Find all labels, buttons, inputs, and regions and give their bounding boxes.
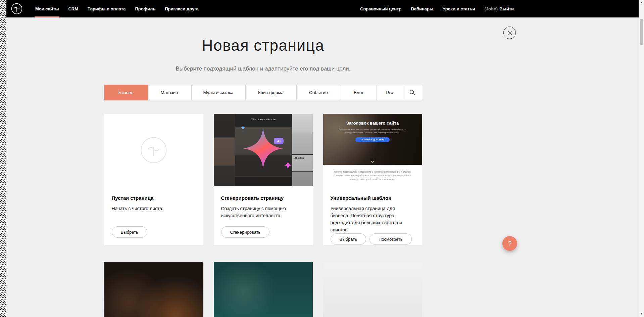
preview-body-text: Коротко представьтесь и расскажите о ком…	[334, 170, 411, 181]
select-blank-button[interactable]: Выбрать	[112, 226, 147, 238]
page-subtitle: Выберите подходящий шаблон и адаптируйте…	[0, 65, 526, 72]
blank-page-preview	[104, 114, 203, 186]
preview-hero: Заголовок вашего сайта Добавьте интересн…	[323, 114, 422, 165]
nav-item-my-sites[interactable]: Мои сайты	[31, 0, 63, 17]
secondary-nav: Справочный центр Вебинары Уроки и статьи…	[355, 0, 518, 17]
preview-cta-button: Основное действие	[355, 137, 389, 142]
zigzag-side-decoration	[0, 0, 6, 317]
ai-sparkle-group	[238, 123, 288, 174]
nav-item-webinars[interactable]: Вебинары	[406, 0, 438, 17]
tilda-logo-icon	[11, 3, 22, 14]
tab-event[interactable]: Событие	[297, 85, 341, 100]
preview-body: Коротко представьтесь и расскажите о ком…	[323, 165, 422, 186]
template-card-universal[interactable]: Заголовок вашего сайта Добавьте интересн…	[323, 114, 422, 245]
card-body: Пустая страница Начать с чистого листа. …	[104, 186, 203, 245]
tab-multilink[interactable]: Мультиссылка	[192, 85, 246, 100]
scroll-up-arrow[interactable]: ▲	[639, 1, 644, 4]
tilda-logo[interactable]	[11, 3, 22, 14]
template-category-tabs: Бизнес Магазин Мультиссылка Квиз-форма С…	[104, 85, 422, 100]
ai-sparkle-icon	[238, 123, 288, 174]
card-title: Универсальный шаблон	[331, 195, 415, 201]
template-card-ai-generate[interactable]: Title of Your Website About us	[214, 114, 313, 245]
nav-item-tariffs[interactable]: Тарифы и оплата	[83, 0, 130, 17]
tab-pro[interactable]: Pro	[377, 85, 403, 100]
top-navbar: Мои сайты CRM Тарифы и оплата Профиль Пр…	[0, 0, 644, 17]
card-title: Пустая страница	[112, 195, 196, 201]
chevron-down-icon	[370, 160, 375, 163]
logout-link[interactable]: Выйти	[498, 0, 518, 17]
tilda-watermark-icon	[140, 137, 167, 164]
generate-button[interactable]: Сгенерировать	[221, 226, 270, 238]
template-preview-partial	[214, 262, 313, 317]
scrollbar-thumb[interactable]	[640, 19, 643, 45]
collage-site-title: Title of Your Website	[235, 118, 292, 121]
template-card-partial[interactable]	[214, 262, 313, 317]
ai-badge: AI	[274, 138, 284, 144]
card-body: Универсальный шаблон Универсальная стран…	[323, 186, 422, 252]
scrollbar[interactable]: ▲ ▼	[639, 0, 644, 317]
card-actions: Выбрать	[112, 226, 196, 238]
template-card-partial[interactable]	[323, 262, 422, 317]
card-title: Сгенерировать страницу	[221, 195, 305, 201]
template-card-partial[interactable]	[104, 262, 203, 317]
tab-quiz-form[interactable]: Квиз-форма	[246, 85, 297, 100]
help-button[interactable]: ?	[502, 236, 517, 251]
page-title: Новая страница	[0, 36, 526, 54]
template-preview-partial	[323, 262, 422, 317]
nav-item-help-center[interactable]: Справочный центр	[355, 0, 406, 17]
card-body: Сгенерировать страницу Создать страницу …	[214, 186, 313, 245]
template-card-blank[interactable]: Пустая страница Начать с чистого листа. …	[104, 114, 203, 245]
card-description: Начать с чистого листа.	[112, 205, 196, 212]
nav-item-crm[interactable]: CRM	[63, 0, 83, 17]
tab-shop[interactable]: Магазин	[148, 85, 192, 100]
user-name: (John)	[484, 6, 498, 11]
collage-about-label: About us	[295, 157, 304, 159]
card-description: Универсальная страница для бизнеса. Поня…	[331, 205, 415, 233]
template-preview-partial	[104, 262, 203, 317]
select-universal-button[interactable]: Выбрать	[331, 233, 366, 245]
nav-item-lessons[interactable]: Уроки и статьи	[438, 0, 480, 17]
zigzag-pattern-icon	[0, 0, 6, 317]
new-page-dialog: Новая страница Выберите подходящий шабло…	[0, 17, 526, 317]
search-tab[interactable]	[403, 85, 422, 100]
tab-business[interactable]: Бизнес	[105, 85, 148, 100]
search-icon	[409, 90, 415, 95]
close-icon	[507, 31, 512, 35]
universal-template-preview: Заголовок вашего сайта Добавьте интересн…	[323, 114, 422, 186]
card-actions: Сгенерировать	[221, 226, 305, 238]
tab-blog[interactable]: Блог	[341, 85, 377, 100]
card-description: Создать страницу с помощью искусственног…	[221, 205, 305, 219]
view-universal-button[interactable]: Посмотреть	[369, 233, 412, 245]
nav-item-profile[interactable]: Профиль	[130, 0, 160, 17]
nav-item-invite-friend[interactable]: Пригласи друга	[160, 0, 203, 17]
scroll-down-arrow[interactable]: ▼	[639, 312, 644, 315]
close-button[interactable]	[503, 27, 516, 39]
main-nav: Мои сайты CRM Тарифы и оплата Профиль Пр…	[31, 0, 203, 17]
ai-collage-preview: Title of Your Website About us	[214, 114, 313, 186]
template-grid: Пустая страница Начать с чистого листа. …	[104, 114, 422, 317]
preview-site-subtitle: Добавьте интересные подробности о вашей …	[336, 128, 409, 134]
card-actions: Выбрать Посмотреть	[331, 233, 415, 245]
tiny-sparkle-icon	[240, 125, 246, 131]
small-sparkle-icon	[283, 160, 293, 170]
preview-site-title: Заголовок вашего сайта	[323, 121, 422, 126]
